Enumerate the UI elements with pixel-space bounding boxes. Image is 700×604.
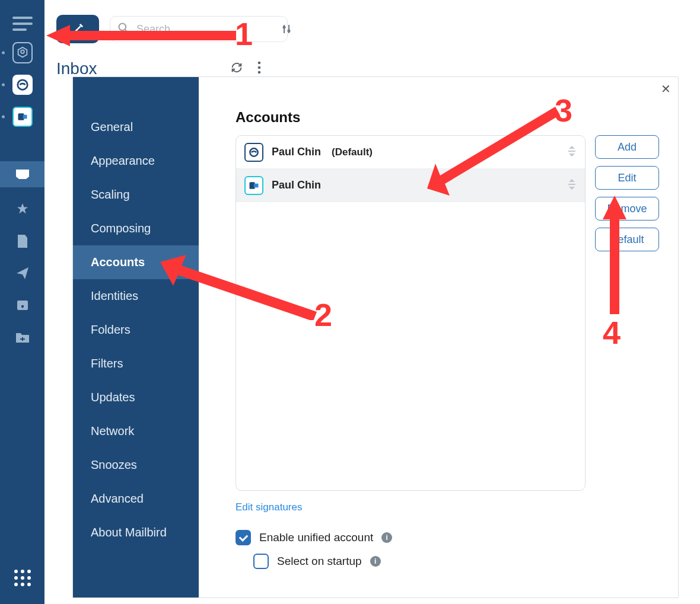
checkbox-icon[interactable] bbox=[236, 530, 251, 545]
account-buttons: Add Edit Remove Default bbox=[595, 135, 659, 491]
outlook-icon bbox=[244, 176, 263, 195]
svg-point-3 bbox=[21, 50, 24, 53]
svg-rect-6 bbox=[23, 115, 27, 119]
option-startup[interactable]: Select on startup i bbox=[253, 554, 659, 569]
drag-handle-icon[interactable] bbox=[567, 145, 577, 159]
remove-button[interactable]: Remove bbox=[595, 197, 659, 220]
option-label: Select on startup bbox=[277, 555, 362, 568]
nav-item-appearance[interactable]: Appearance bbox=[73, 144, 199, 178]
refresh-icon[interactable] bbox=[230, 61, 243, 76]
nav-item-about[interactable]: About Mailbird bbox=[73, 516, 199, 549]
nav-item-general[interactable]: General bbox=[73, 110, 199, 144]
svg-point-13 bbox=[258, 71, 261, 74]
edit-signatures-link[interactable]: Edit signatures bbox=[236, 501, 302, 513]
drag-handle-icon[interactable] bbox=[567, 178, 577, 193]
account-row[interactable]: Paul Chin (Default) bbox=[236, 136, 585, 169]
svg-rect-15 bbox=[568, 151, 575, 152]
account-row[interactable]: Paul Chin bbox=[236, 169, 585, 202]
svg-point-9 bbox=[283, 26, 286, 29]
settings-title: Accounts bbox=[236, 109, 659, 126]
sidebar-item-new-folder[interactable] bbox=[12, 327, 33, 347]
checkbox-icon[interactable] bbox=[253, 554, 269, 569]
nav-item-snoozes[interactable]: Snoozes bbox=[73, 448, 199, 482]
nav-item-identities[interactable]: Identities bbox=[73, 279, 199, 313]
search-input[interactable] bbox=[135, 23, 275, 36]
sidebar-item-drafts[interactable] bbox=[12, 231, 33, 251]
profile-icon[interactable] bbox=[12, 43, 33, 63]
search-box[interactable] bbox=[110, 16, 288, 42]
default-button[interactable]: Default bbox=[595, 228, 659, 251]
menu-icon[interactable] bbox=[12, 17, 33, 31]
account-name: Paul Chin bbox=[272, 146, 321, 158]
compose-button[interactable] bbox=[56, 15, 99, 43]
svg-point-12 bbox=[258, 66, 261, 69]
nav-item-composing[interactable]: Composing bbox=[73, 212, 199, 245]
nav-item-accounts[interactable]: Accounts bbox=[73, 245, 199, 279]
svg-point-11 bbox=[258, 62, 261, 65]
svg-rect-18 bbox=[568, 184, 575, 185]
edit-button[interactable]: Edit bbox=[595, 166, 659, 190]
search-icon bbox=[117, 22, 129, 36]
nav-item-scaling[interactable]: Scaling bbox=[73, 178, 199, 212]
nav-item-updates[interactable]: Updates bbox=[73, 381, 199, 414]
search-filter-icon[interactable] bbox=[281, 24, 292, 34]
svg-point-4 bbox=[17, 80, 27, 90]
sidebar-item-starred[interactable] bbox=[12, 199, 33, 219]
svg-rect-1 bbox=[12, 23, 33, 25]
app-rail bbox=[0, 0, 44, 604]
nav-item-filters[interactable]: Filters bbox=[73, 347, 199, 381]
svg-point-14 bbox=[250, 148, 257, 156]
settings-body: Accounts Paul Chin (Default) bbox=[199, 77, 678, 597]
page-title: Inbox bbox=[56, 59, 97, 78]
mailbird-icon bbox=[244, 143, 263, 162]
accounts-list: Paul Chin (Default) Paul Chin bbox=[236, 135, 586, 491]
outlook-account-icon[interactable] bbox=[12, 107, 33, 127]
nav-item-network[interactable]: Network bbox=[73, 414, 199, 448]
option-unified[interactable]: Enable unified account i bbox=[236, 530, 659, 545]
top-bar bbox=[44, 0, 700, 47]
settings-dialog: ✕ General Appearance Scaling Composing A… bbox=[72, 76, 679, 598]
more-icon[interactable] bbox=[257, 61, 261, 76]
sidebar-item-sent[interactable] bbox=[12, 263, 33, 283]
sidebar-item-archive[interactable] bbox=[12, 295, 33, 315]
add-button[interactable]: Add bbox=[595, 135, 659, 159]
mailbird-account-icon[interactable] bbox=[12, 75, 33, 95]
nav-item-advanced[interactable]: Advanced bbox=[73, 482, 199, 516]
svg-rect-2 bbox=[12, 28, 27, 31]
settings-nav: General Appearance Scaling Composing Acc… bbox=[73, 77, 199, 597]
svg-rect-0 bbox=[12, 17, 33, 19]
sidebar-item-inbox[interactable] bbox=[0, 161, 44, 187]
info-icon[interactable]: i bbox=[370, 556, 381, 567]
account-name: Paul Chin bbox=[272, 179, 321, 191]
account-tag: (Default) bbox=[332, 146, 373, 158]
apps-grid-icon[interactable] bbox=[14, 570, 31, 586]
svg-point-10 bbox=[288, 30, 291, 33]
option-label: Enable unified account bbox=[259, 531, 373, 544]
info-icon[interactable]: i bbox=[381, 532, 392, 543]
svg-rect-17 bbox=[254, 183, 259, 187]
nav-item-folders[interactable]: Folders bbox=[73, 313, 199, 347]
